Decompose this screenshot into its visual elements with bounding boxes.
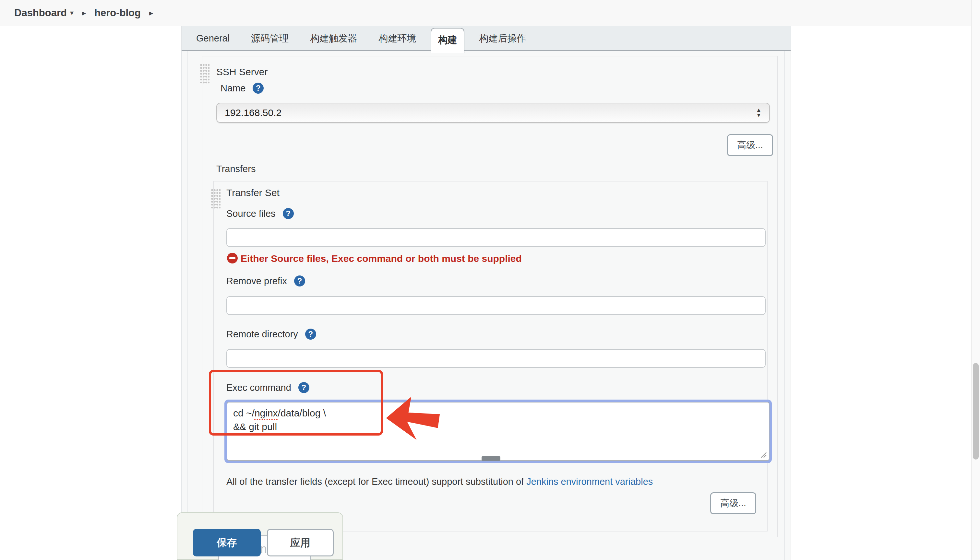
config-panel: General 源码管理 构建触发器 构建环境 构建 构建后操作 SSH Ser… xyxy=(181,26,791,560)
annotation-rectangle xyxy=(209,370,383,435)
tabstrip-divider xyxy=(182,50,791,51)
error-icon xyxy=(227,253,238,263)
breadcrumb-project[interactable]: hero-blog xyxy=(94,7,141,19)
source-files-label: Source files ? xyxy=(226,208,294,219)
scrollbar-track[interactable] xyxy=(971,0,980,560)
jenkins-env-variables-link[interactable]: Jenkins environment variables xyxy=(526,477,653,487)
config-tabs: General 源码管理 构建触发器 构建环境 构建 构建后操作 xyxy=(182,26,791,51)
transfer-set-title: Transfer Set xyxy=(226,187,280,198)
scrollbar-thumb[interactable] xyxy=(973,363,979,460)
remove-prefix-label: Remove prefix ? xyxy=(226,275,305,287)
tab-build-environment[interactable]: 构建环境 xyxy=(372,26,423,51)
breadcrumb-dashboard[interactable]: Dashboard ▾ xyxy=(14,7,73,19)
tab-build-active[interactable]: 构建 xyxy=(431,28,464,53)
validation-error-text: Either Source files, Exec command or bot… xyxy=(240,253,522,264)
help-icon[interactable]: ? xyxy=(253,83,264,94)
transfers-label: Transfers xyxy=(216,164,255,174)
tab-post-build-actions[interactable]: 构建后操作 xyxy=(472,26,533,51)
tab-general[interactable]: General xyxy=(189,26,236,51)
select-spinner-icon: ▲ ▼ xyxy=(756,108,761,118)
resize-handle-icon[interactable] xyxy=(759,450,767,458)
help-icon[interactable]: ? xyxy=(305,328,316,340)
ssh-server-title: SSH Server xyxy=(216,67,267,77)
jenkins-job-config-page: Dashboard ▾ ▸ hero-blog ▸ General 源码管理 构… xyxy=(0,0,980,560)
tab-build-triggers[interactable]: 构建触发器 xyxy=(303,26,364,51)
source-files-input[interactable] xyxy=(226,228,766,247)
advanced-button-transfer[interactable]: 高级... xyxy=(710,492,756,514)
help-icon[interactable]: ? xyxy=(294,275,305,287)
remote-directory-input[interactable] xyxy=(226,349,766,368)
remove-prefix-input[interactable] xyxy=(226,296,766,315)
remote-directory-label: Remote directory ? xyxy=(226,328,316,340)
textarea-resize-grip[interactable] xyxy=(482,456,500,461)
drag-handle-icon[interactable] xyxy=(200,63,209,84)
drag-handle-icon[interactable] xyxy=(211,188,220,209)
breadcrumb: Dashboard ▾ ▸ hero-blog ▸ xyxy=(0,0,980,26)
apply-button[interactable]: 应用 xyxy=(267,529,334,557)
form-left-border xyxy=(187,51,188,560)
breadcrumb-separator-icon[interactable]: ▸ xyxy=(149,8,153,18)
tab-source-code-management[interactable]: 源码管理 xyxy=(244,26,296,51)
transfer-note: All of the transfer fields (except for E… xyxy=(226,477,653,487)
ssh-server-select-value: 192.168.50.2 xyxy=(225,107,282,118)
name-label: Name ? xyxy=(220,83,264,94)
save-button[interactable]: 保存 xyxy=(193,529,261,557)
help-icon[interactable]: ? xyxy=(283,208,294,219)
form-right-border xyxy=(784,51,785,560)
annotation-arrow-icon xyxy=(383,393,444,445)
breadcrumb-separator-icon: ▸ xyxy=(82,8,86,18)
advanced-button-ssh[interactable]: 高级... xyxy=(727,134,773,156)
chevron-down-icon[interactable]: ▾ xyxy=(70,9,73,17)
ssh-server-select[interactable]: 192.168.50.2 ▲ ▼ xyxy=(216,103,770,123)
dashboard-label: Dashboard xyxy=(14,7,67,19)
